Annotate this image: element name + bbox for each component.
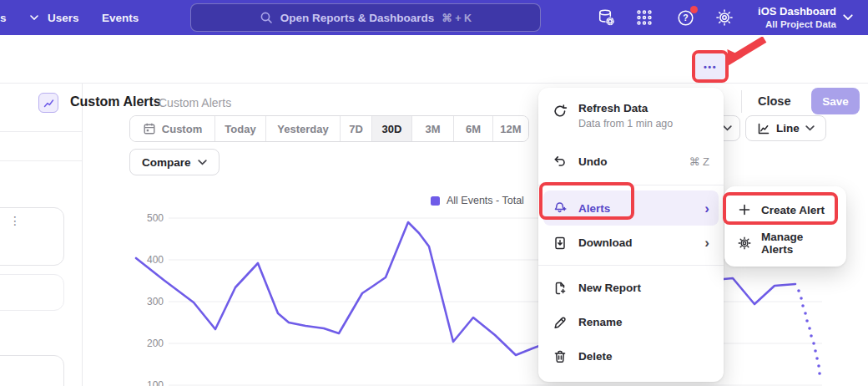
- project-switcher[interactable]: iOS Dashboard All Project Data: [743, 4, 836, 30]
- search-placeholder: Open Reports & Dashboards: [280, 12, 435, 24]
- svg-text:200: 200: [147, 338, 164, 349]
- more-options-button[interactable]: •••: [695, 53, 725, 79]
- nav-item-events[interactable]: Events: [102, 0, 139, 35]
- search-input[interactable]: Open Reports & Dashboards ⌘ + K: [190, 3, 541, 32]
- menu-item-delete[interactable]: Delete: [538, 339, 724, 373]
- submenu-item-label: Create Alert: [761, 204, 825, 216]
- series-label: All Events - Total: [447, 195, 524, 206]
- refresh-icon: [553, 104, 568, 119]
- plus-icon: [737, 202, 752, 217]
- date-range-label: Custom: [162, 123, 202, 135]
- search-icon: [260, 11, 273, 24]
- svg-text:300: 300: [147, 296, 164, 307]
- query-card[interactable]: [0, 355, 64, 386]
- menu-item-label: Undo: [578, 155, 608, 168]
- left-panel-divider: [0, 160, 82, 161]
- nav-item-users[interactable]: Users: [48, 0, 79, 35]
- menu-item-alerts[interactable]: Alerts ›: [543, 190, 719, 226]
- chevron-right-icon: ›: [704, 236, 709, 250]
- alerts-submenu: Create Alert Manage Alerts: [724, 186, 846, 267]
- date-range-custom[interactable]: Custom: [130, 116, 215, 141]
- menu-item-label: Delete: [578, 350, 613, 363]
- gear-icon: [737, 236, 752, 251]
- menu-divider: [538, 265, 724, 266]
- chart-type-button[interactable]: Line: [745, 115, 826, 141]
- kebab-menu-icon[interactable]: ⋮: [9, 215, 21, 226]
- breadcrumb[interactable]: Custom Alerts: [159, 96, 231, 109]
- undo-icon: [553, 154, 568, 169]
- date-range-12m[interactable]: 12M: [493, 116, 528, 141]
- report-chart-icon: [38, 93, 58, 113]
- page-title: Custom Alerts: [70, 94, 161, 109]
- menu-item-label: Refresh Data: [578, 102, 673, 114]
- date-range-6m[interactable]: 6M: [454, 116, 493, 141]
- menu-item-new-report[interactable]: New Report: [538, 271, 724, 305]
- date-range-7d[interactable]: 7D: [341, 116, 372, 141]
- compare-label: Compare: [142, 156, 191, 169]
- menu-item-rename[interactable]: Rename: [538, 305, 724, 339]
- menu-item-label: Rename: [578, 316, 623, 328]
- svg-text:?: ?: [683, 13, 688, 23]
- report-header: Custom Alerts Custom Alerts GV Duplicate…: [0, 35, 868, 84]
- svg-text:400: 400: [147, 254, 164, 266]
- report-options-menu: Refresh Data Data from 1 min ago Undo ⌘ …: [538, 88, 724, 382]
- new-document-icon: [553, 281, 568, 296]
- date-range-today[interactable]: Today: [215, 116, 266, 141]
- submenu-item-create-alert[interactable]: Create Alert: [724, 193, 846, 226]
- calendar-icon: [143, 122, 156, 135]
- close-button[interactable]: Close: [758, 94, 791, 108]
- nav-item-truncated[interactable]: s: [0, 0, 38, 35]
- menu-item-label: Alerts: [578, 202, 610, 215]
- menu-item-label: New Report: [578, 282, 641, 294]
- menu-item-undo[interactable]: Undo ⌘ Z: [538, 143, 724, 180]
- search-shortcut: ⌘ + K: [442, 12, 472, 24]
- chart-type-label: Line: [776, 122, 800, 135]
- chevron-down-icon: [198, 160, 207, 165]
- bell-plus-icon: [553, 201, 568, 216]
- save-button[interactable]: Save: [811, 88, 860, 114]
- apps-grid-icon[interactable]: [634, 8, 654, 28]
- query-card[interactable]: ⋮: [0, 207, 64, 266]
- notification-badge: [690, 6, 698, 13]
- chart-legend: All Events - Total: [431, 195, 524, 206]
- menu-item-download[interactable]: Download ›: [538, 226, 724, 260]
- submenu-item-manage-alerts[interactable]: Manage Alerts: [724, 226, 846, 260]
- chevron-down-icon: [30, 15, 38, 20]
- query-card[interactable]: [0, 274, 64, 311]
- svg-text:500: 500: [147, 212, 164, 224]
- date-range-control: Custom Today Yesterday 7D 30D 3M 6M 12M: [129, 115, 529, 142]
- settings-gear-icon[interactable]: [714, 8, 734, 28]
- top-navbar: s Users Events Open Reports & Dashboards…: [0, 0, 868, 35]
- svg-text:100: 100: [147, 379, 164, 386]
- chevron-down-icon: [723, 125, 732, 131]
- download-document-icon: [553, 236, 568, 251]
- project-name: iOS Dashboard: [743, 4, 836, 18]
- chevron-down-icon: [805, 125, 815, 131]
- header-divider: [741, 90, 742, 113]
- menu-item-refresh-data[interactable]: Refresh Data Data from 1 min ago: [538, 96, 724, 143]
- menu-divider: [538, 185, 724, 185]
- menu-item-sublabel: Data from 1 min ago: [578, 118, 673, 130]
- chevron-right-icon: ›: [704, 201, 709, 216]
- pencil-icon: [553, 315, 568, 330]
- date-range-yesterday[interactable]: Yesterday: [266, 116, 341, 141]
- compare-button[interactable]: Compare: [129, 149, 220, 175]
- data-management-icon[interactable]: [596, 8, 616, 28]
- date-range-30d[interactable]: 30D: [372, 116, 412, 141]
- line-chart-icon: [757, 122, 770, 135]
- menu-item-label: Download: [578, 236, 633, 249]
- menu-item-shortcut: ⌘ Z: [689, 155, 709, 168]
- left-panel-divider: [0, 131, 82, 132]
- panel-divider: [82, 84, 83, 386]
- series-color-swatch: [431, 196, 440, 206]
- date-range-3m[interactable]: 3M: [412, 116, 454, 141]
- chevron-down-icon[interactable]: [843, 14, 853, 21]
- trash-icon: [553, 349, 568, 364]
- help-icon[interactable]: ?: [676, 8, 696, 28]
- project-scope: All Project Data: [743, 18, 836, 30]
- submenu-item-label: Manage Alerts: [761, 231, 834, 256]
